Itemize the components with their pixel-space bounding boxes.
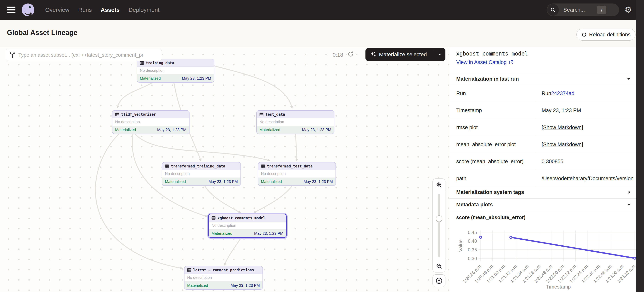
- node-description: No description: [112, 118, 189, 126]
- chevron-right-icon: [628, 190, 631, 194]
- asset-node-test_data[interactable]: test_dataNo descriptionMaterializedMay 2…: [256, 110, 334, 134]
- section-label: Metadata plots: [456, 202, 493, 208]
- node-description: No description: [209, 222, 286, 229]
- nav-tab-runs[interactable]: Runs: [78, 7, 92, 13]
- metadata-value: Run 242374ad: [536, 85, 636, 102]
- asset-filter-input[interactable]: [18, 52, 162, 58]
- node-header: test_data: [257, 111, 334, 118]
- materialization-time: May 23, 1:23 PM: [254, 231, 283, 236]
- table-icon: [261, 164, 265, 168]
- nav-tab-overview[interactable]: Overview: [45, 7, 69, 13]
- run-id-link[interactable]: 242374ad: [551, 91, 574, 97]
- top-nav: OverviewRunsAssetsDeployment Search... /…: [0, 0, 644, 20]
- reload-definitions-label: Reload definitions: [589, 32, 631, 38]
- refresh-timer: 0:18: [332, 52, 343, 58]
- table-icon: [140, 61, 144, 65]
- section-label: Materialization system tags: [456, 189, 524, 195]
- node-name: training_data: [146, 61, 174, 65]
- background-window-strip: [636, 0, 644, 292]
- asset-node-xgboost_comments_model[interactable]: xgboost_comments_modelNo descriptionMate…: [208, 214, 287, 238]
- materialize-selected-button[interactable]: Materialize selected: [366, 48, 446, 61]
- reload-definitions-button[interactable]: Reload definitions: [576, 29, 636, 41]
- zoom-in-button[interactable]: [433, 179, 445, 191]
- asset-node-tfidf_vectorizer[interactable]: tfidf_vectorizerNo descriptionMaterializ…: [112, 110, 190, 134]
- asset-node-latest_comment_predictions[interactable]: latest_…_comment_predictionsNo descripti…: [184, 266, 263, 290]
- settings-gear-icon[interactable]: ⚙: [624, 5, 632, 15]
- node-status-bar: MaterializedMay 23, 1:23 PM: [209, 229, 286, 237]
- metadata-label: Run: [449, 85, 536, 102]
- asset-node-training_data[interactable]: training_dataNo descriptionMaterializedM…: [137, 59, 214, 83]
- node-name: latest_…_comment_predictions: [193, 268, 254, 272]
- nav-tab-assets[interactable]: Assets: [101, 7, 120, 13]
- y-tick-label: 0.35: [468, 247, 477, 252]
- table-icon: [187, 268, 191, 272]
- metadata-label: Timestamp: [449, 102, 536, 119]
- sparkle-icon: [370, 51, 376, 58]
- workspace: training_dataNo descriptionMaterializedM…: [0, 47, 644, 292]
- zoom-slider-thumb[interactable]: [436, 215, 442, 222]
- metadata-link[interactable]: /Users/odetteharary/Documents/version: [542, 176, 634, 182]
- chevron-down-icon: [627, 203, 631, 206]
- status-badge: Materialized: [260, 128, 280, 132]
- edge-tfidf_vectorizer-to-transformed_test_data: [135, 134, 270, 160]
- status-badge: Materialized: [261, 179, 282, 184]
- edge-transformed_test_data-to-xgboost_comments_model: [254, 186, 292, 213]
- metadata-link[interactable]: [Show Markdown]: [542, 142, 583, 148]
- materialize-dropdown-caret[interactable]: [434, 53, 446, 56]
- node-description: No description: [162, 170, 240, 178]
- materialization-time: May 23, 1:23 PM: [231, 283, 260, 288]
- global-search[interactable]: Search... /: [547, 4, 619, 16]
- reload-icon: [582, 32, 587, 37]
- nav-tabs: OverviewRunsAssetsDeployment: [45, 0, 160, 20]
- download-image-button[interactable]: [432, 274, 446, 287]
- graph-refresh-icon[interactable]: [347, 51, 354, 58]
- asset-graph-icon: [10, 52, 15, 58]
- page-header: Global Asset Lineage Reload definitions: [0, 20, 644, 47]
- node-name: xgboost_comments_model: [218, 216, 265, 220]
- section-metadata-plots[interactable]: Metadata plots: [449, 199, 636, 211]
- materialization-time: May 23, 1:23 PM: [182, 76, 211, 81]
- metadata-row-run: RunRun 242374ad: [449, 85, 636, 102]
- materialization-time: May 23, 1:23 PM: [304, 179, 333, 184]
- dagster-app: OverviewRunsAssetsDeployment Search... /…: [0, 0, 644, 292]
- asset-node-transformed_test_data[interactable]: transformed_test_dataNo descriptionMater…: [258, 162, 336, 186]
- search-shortcut-badge: /: [597, 6, 606, 14]
- node-header: transformed_training_data: [162, 162, 240, 170]
- materialization-time: May 23, 1:23 PM: [302, 128, 331, 132]
- zoom-out-button[interactable]: [433, 260, 445, 272]
- metadata-label: mean_absolute_error plot: [449, 136, 536, 153]
- data-point: [480, 236, 482, 238]
- view-in-catalog-link[interactable]: View in Asset Catalog: [456, 59, 514, 65]
- metadata-row-path: path/Users/odetteharary/Documents/versio…: [449, 170, 636, 187]
- asset-node-transformed_training_data[interactable]: transformed_training_dataNo descriptionM…: [162, 162, 241, 186]
- table-icon: [115, 112, 119, 116]
- node-status-bar: MaterializedMay 23, 1:23 PM: [257, 126, 334, 134]
- metadata-row-timestamp: TimestampMay 23, 1:23 PM: [449, 102, 636, 119]
- zoom-slider-track[interactable]: [438, 194, 440, 257]
- menu-icon[interactable]: [7, 7, 16, 13]
- metadata-link[interactable]: [Show Markdown]: [542, 125, 583, 131]
- node-header: tfidf_vectorizer: [112, 111, 189, 118]
- download-icon: [436, 277, 443, 284]
- data-point: [510, 236, 512, 238]
- section-materialization-in-last-run[interactable]: Materialization in last run: [449, 73, 636, 85]
- edge-tfidf_vectorizer-to-latest_comment_predictions: [96, 134, 182, 268]
- table-icon: [260, 112, 264, 116]
- search-icon: [547, 4, 559, 16]
- section-label: Materialization in last run: [456, 76, 519, 82]
- zoom-slider[interactable]: [433, 191, 445, 260]
- node-name: test_data: [266, 112, 285, 116]
- chart-title: score (mean_absolute_error): [456, 214, 526, 220]
- asset-name: xgboost_comments_model: [456, 51, 528, 57]
- dagster-logo-icon[interactable]: [21, 3, 35, 17]
- metadata-value: [Show Markdown]: [536, 136, 636, 153]
- status-badge: Materialized: [165, 179, 186, 184]
- section-materialization-system-tags[interactable]: Materialization system tags: [449, 186, 636, 199]
- node-status-bar: MaterializedMay 23, 1:23 PM: [112, 126, 189, 134]
- node-description: No description: [137, 67, 214, 75]
- nav-tab-deployment[interactable]: Deployment: [128, 7, 159, 13]
- node-header: xgboost_comments_model: [209, 214, 286, 222]
- lineage-graph-canvas[interactable]: training_dataNo descriptionMaterializedM…: [0, 47, 449, 292]
- metadata-value: /Users/odetteharary/Documents/version: [536, 170, 636, 187]
- table-icon: [165, 164, 169, 168]
